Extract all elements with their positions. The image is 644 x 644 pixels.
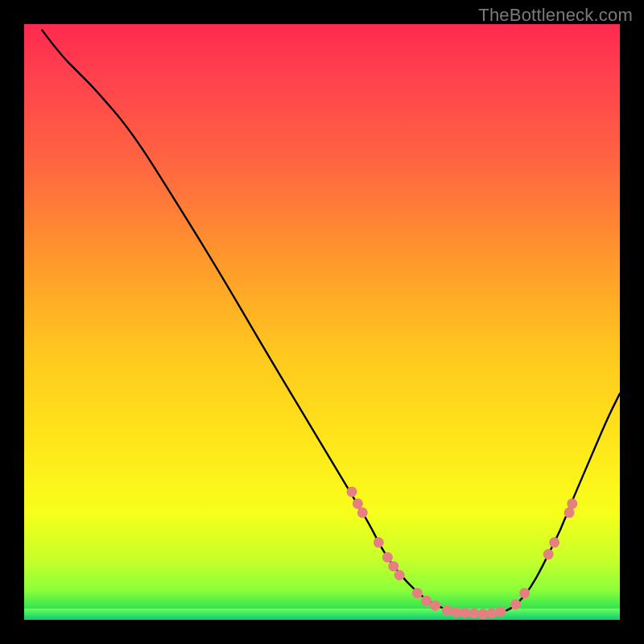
curve-marker xyxy=(519,588,530,598)
curve-marker xyxy=(543,549,554,559)
curve-marker xyxy=(394,570,405,580)
curve-marker xyxy=(486,608,497,618)
curve-marker xyxy=(357,507,368,518)
curve-marker xyxy=(564,507,575,518)
curve-marker xyxy=(374,537,384,547)
curve-marker xyxy=(549,537,559,547)
curve-marker xyxy=(510,599,521,609)
curve-marker xyxy=(347,486,357,497)
chart-overlay xyxy=(24,24,620,620)
curve-marker xyxy=(469,608,479,618)
marker-group xyxy=(347,486,578,619)
curve-marker xyxy=(382,552,393,563)
curve-marker xyxy=(451,607,461,617)
plot-area xyxy=(24,24,620,620)
curve-marker xyxy=(477,609,488,619)
curve-marker xyxy=(421,596,431,606)
bottleneck-curve xyxy=(42,30,620,613)
curve-marker xyxy=(388,561,398,572)
curve-marker xyxy=(496,606,506,617)
attribution-label: TheBottleneck.com xyxy=(478,5,633,26)
curve-marker xyxy=(567,498,577,509)
chart-frame: TheBottleneck.com xyxy=(0,0,644,644)
curve-marker xyxy=(353,498,363,509)
curve-marker xyxy=(442,605,452,616)
curve-marker xyxy=(460,608,470,618)
curve-marker xyxy=(430,601,440,611)
curve-marker xyxy=(412,588,423,598)
